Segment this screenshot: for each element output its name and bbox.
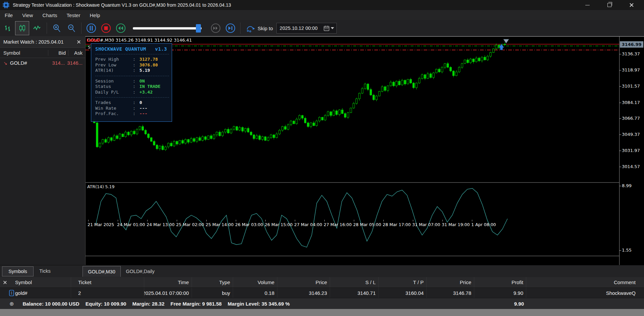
menu-bar: File View Charts Tester Help — [0, 10, 644, 20]
panel-divider — [95, 97, 169, 98]
time-tick: 24 Mar 01:00 — [117, 222, 145, 227]
date-dropdown-caret[interactable] — [331, 27, 334, 29]
pause-button[interactable] — [84, 21, 98, 35]
col-type[interactable]: Type — [192, 277, 233, 287]
zoom-in-icon — [52, 24, 61, 33]
margin-text: Margin: 28.32 — [132, 301, 164, 307]
col-profit[interactable]: Profit — [474, 277, 526, 287]
minimize-icon — [585, 5, 590, 5]
maximize-button[interactable] — [600, 0, 619, 10]
calendar-icon[interactable] — [324, 25, 329, 31]
col-symbol[interactable]: Symbol — [0, 277, 71, 287]
price-tick: 3118.97 — [622, 67, 640, 72]
time-tick: 1 Apr 08:00 — [471, 222, 496, 227]
price-axis[interactable]: 3146.99 3136.37 3118.97 3101.57 3084.17 … — [619, 36, 644, 265]
ea-panel-title: SHOCKWAVE QUANTUM — [95, 46, 146, 52]
col-sl[interactable]: S / L — [330, 277, 379, 287]
price-tick: 3031.97 — [622, 148, 640, 153]
total-profit: 9.90 — [514, 301, 524, 307]
stop-button[interactable] — [99, 21, 113, 35]
trade-comment: ShockwaveQ — [526, 288, 644, 298]
table-close-button[interactable] — [2, 280, 8, 285]
panel-divider — [95, 76, 169, 76]
speed-slider-track[interactable] — [133, 27, 202, 30]
close-button[interactable] — [622, 0, 641, 10]
fast-forward-button[interactable] — [209, 21, 223, 35]
menu-help[interactable]: Help — [85, 10, 105, 20]
tab-ticks[interactable]: Ticks — [36, 266, 54, 276]
window-title: Strategy Tester Visualization : Shockwav… — [13, 2, 231, 8]
price-tick: 3136.37 — [622, 51, 640, 56]
bid-value: 314... — [48, 60, 67, 66]
speed-slider[interactable] — [133, 21, 205, 35]
column-bid[interactable]: Bid — [48, 50, 68, 56]
restore-icon — [607, 3, 611, 7]
toolbar: Skip to 2025.10.12 00:00 — [0, 20, 644, 37]
info-row-atr: ATR(14):5.19 — [95, 68, 172, 73]
column-symbol[interactable]: Symbol — [0, 50, 48, 56]
current-price-box: 3146.99 — [620, 41, 643, 48]
atr-axis-tick: 8.99 — [622, 183, 632, 188]
info-row-daily-pl: Daily P/L:+3.42 — [95, 90, 172, 95]
time-tick: 31 Mar 07:00 — [412, 222, 440, 227]
horizontal-scrollbar[interactable] — [0, 309, 644, 316]
price-tick: 3066.77 — [622, 116, 640, 121]
zoom-in-button[interactable] — [50, 21, 64, 35]
col-tp[interactable]: T / P — [379, 277, 427, 287]
tab-band: Symbols Ticks GOLD#,M30 GOLD#,Daily — [0, 265, 644, 277]
column-ask[interactable]: Ask — [68, 50, 85, 56]
chart-area[interactable]: S GOLD#,M30 3145.26 3148.91 3144.92 3146… — [85, 36, 620, 265]
chart-tab-gold-m30[interactable]: GOLD#,M30 — [83, 266, 121, 277]
info-row-status: Status:IN TRADE — [95, 84, 172, 90]
trades-table: Symbol Ticket Time Type Volume Price S /… — [0, 277, 644, 298]
trades-header-row: Symbol Ticket Time Type Volume Price S /… — [0, 277, 644, 288]
col-volume[interactable]: Volume — [233, 277, 277, 287]
col-time[interactable]: Time — [144, 277, 192, 287]
candlestick-chart-button[interactable] — [15, 21, 29, 35]
bar-chart-button[interactable] — [0, 21, 14, 35]
price-tick: 3014.57 — [622, 164, 640, 169]
menu-tester[interactable]: Tester — [62, 10, 85, 20]
menu-view[interactable]: View — [17, 10, 38, 20]
menu-file[interactable]: File — [0, 10, 17, 20]
skip-to-end-button[interactable] — [223, 21, 237, 35]
info-row-prev-low: Prev Low:3076.80 — [95, 62, 172, 68]
minimize-button[interactable] — [578, 0, 597, 10]
line-chart-button[interactable] — [30, 21, 44, 35]
zoom-out-button[interactable] — [64, 21, 78, 35]
skip-date-value[interactable]: 2025.10.12 00:00 — [277, 25, 324, 31]
market-watch-row-gold[interactable]: ↘ GOLD# 314... 3146... — [0, 58, 85, 68]
col-comment[interactable]: Comment — [526, 277, 644, 287]
col-price[interactable]: Price — [277, 277, 330, 287]
rewind-button[interactable] — [114, 21, 128, 35]
col-price2[interactable]: Price — [427, 277, 474, 287]
ea-info-panel: SHOCKWAVE QUANTUM v1.3 Prev High:3127.78… — [91, 43, 172, 122]
margin-level-text: Margin Level: 35 345.69 % — [228, 301, 290, 307]
market-watch-title: Market Watch : 2025.04.01 — [3, 39, 74, 45]
time-tick: 21 Mar 2025 — [88, 222, 114, 227]
market-watch-header: Market Watch : 2025.04.01 — [0, 36, 85, 47]
pause-icon — [86, 23, 97, 34]
skip-steps-icon — [246, 23, 256, 33]
ea-panel-version: v1.3 — [155, 46, 168, 52]
col-ticket[interactable]: Ticket — [71, 277, 144, 287]
trade-row[interactable]: gold# 2 2025.04.01 07:00:00 buy 0.18 314… — [0, 288, 644, 298]
time-tick: 27 Mar 04:00 — [294, 222, 322, 227]
atr-axis-tick: 1.55 — [622, 248, 632, 253]
panel-divider — [95, 54, 169, 54]
close-icon — [77, 40, 81, 44]
speed-slider-handle[interactable] — [196, 24, 201, 33]
price-tick: 3049.37 — [622, 132, 640, 137]
close-icon — [3, 280, 7, 284]
menu-charts[interactable]: Charts — [38, 10, 62, 20]
tab-symbols[interactable]: Symbols — [2, 266, 34, 276]
equity-text: Equity: 10 009.90 — [86, 301, 126, 307]
price-tick: 3101.57 — [622, 84, 640, 89]
time-tick: 26 Mar 15:00 — [265, 222, 292, 227]
strategy-tester-window: Strategy Tester Visualization : Shockwav… — [0, 0, 644, 316]
market-watch-close-button[interactable] — [74, 38, 84, 46]
bar-chart-icon — [3, 24, 11, 32]
skip-date-field[interactable]: 2025.10.12 00:00 — [276, 23, 337, 34]
chart-tab-gold-daily[interactable]: GOLD#,Daily — [123, 266, 158, 276]
close-icon — [629, 3, 634, 7]
